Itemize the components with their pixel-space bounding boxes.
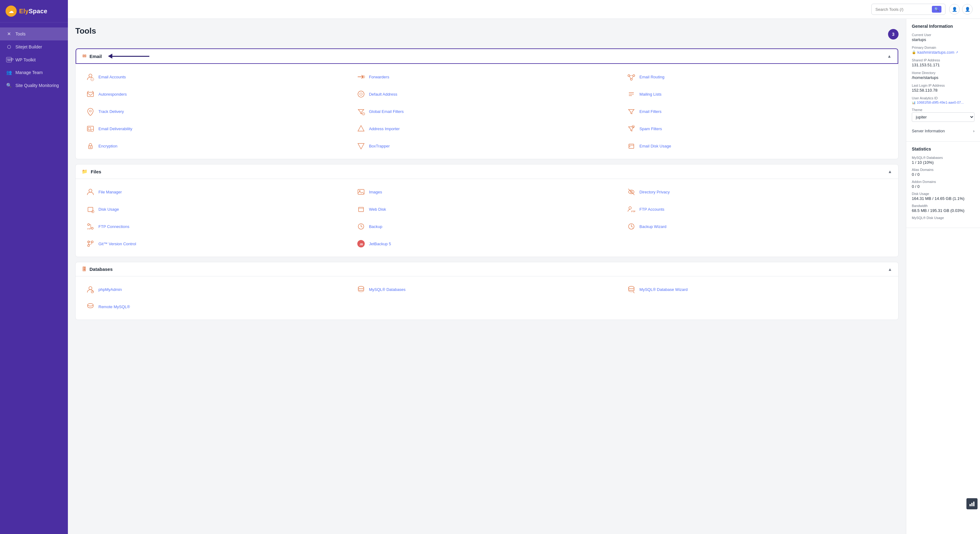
tool-email-deliverability[interactable]: ↓ Email Deliverability xyxy=(82,121,351,137)
encryption-icon xyxy=(86,141,95,151)
logo-icon: ☁ xyxy=(6,6,17,17)
sidebar-logo: ☁ ElySpace xyxy=(0,0,68,22)
content-area: Tools 3 ✉ Email ▲ xyxy=(68,19,980,534)
svg-rect-36 xyxy=(358,207,363,211)
email-toggle[interactable]: ▲ xyxy=(887,54,891,59)
tool-phpmyadmin[interactable]: P phpMyAdmin xyxy=(82,281,351,297)
tool-mysql-databases[interactable]: MySQL® Databases xyxy=(352,281,622,297)
tool-jetbackup5[interactable]: JB JetBackup 5 xyxy=(352,236,622,252)
tool-images[interactable]: Images xyxy=(352,184,622,200)
svg-rect-17 xyxy=(88,127,91,130)
tool-ftp-connections[interactable]: FTP FTP Connections xyxy=(82,218,351,234)
sidebar-item-tools[interactable]: ✕ Tools xyxy=(0,27,68,40)
sidebar-item-manage-team[interactable]: 👥 Manage Team xyxy=(0,66,68,79)
email-filters-icon xyxy=(626,106,636,116)
tool-email-filters[interactable]: Email Filters xyxy=(623,103,892,119)
svg-point-29 xyxy=(359,190,360,192)
tool-email-accounts[interactable]: + Email Accounts xyxy=(82,69,351,85)
sidebar-item-label: Site Quality Monitoring xyxy=(16,83,59,88)
global-email-filters-icon: + xyxy=(356,106,366,116)
search-box[interactable]: 🔍 xyxy=(871,4,945,15)
tool-directory-privacy[interactable]: Directory Privacy xyxy=(623,184,892,200)
search-input[interactable] xyxy=(875,7,929,12)
current-user-label: Current User xyxy=(912,33,974,37)
primary-domain-value[interactable]: 🔒 kashmirstartups.com ↗ xyxy=(912,50,974,55)
files-section-header[interactable]: 📁 Files ▲ xyxy=(76,164,898,179)
tool-remote-mysql[interactable]: Remote MySQL® xyxy=(82,299,351,315)
jetbackup5-icon: JB xyxy=(356,239,366,249)
stat-mysql-value: 1 / 10 (10%) xyxy=(912,160,974,165)
svg-text:↓: ↓ xyxy=(92,211,94,213)
tool-spam-filters[interactable]: ! Spam Filters xyxy=(623,121,892,137)
tool-global-email-filters[interactable]: + Global Email Filters xyxy=(352,103,622,119)
sidebar: ☁ ElySpace ✕ Tools ⬡ Sitejet Builder WP … xyxy=(0,0,68,534)
tool-ftp-accounts[interactable]: FTP FTP Accounts xyxy=(623,201,892,217)
mailing-lists-icon xyxy=(626,89,636,99)
tool-disk-usage[interactable]: ↓ Disk Usage xyxy=(82,201,351,217)
sidebar-item-sitejet[interactable]: ⬡ Sitejet Builder xyxy=(0,40,68,53)
svg-point-0 xyxy=(89,74,92,77)
profile-icon-btn[interactable]: 👤 xyxy=(949,4,959,14)
ftp-accounts-icon: FTP xyxy=(626,204,636,214)
server-info-label: Server Information xyxy=(912,129,945,133)
autoresponders-icon xyxy=(86,89,95,99)
tool-backup-wizard[interactable]: Backup Wizard xyxy=(623,218,892,234)
mysql-databases-icon xyxy=(356,284,366,294)
svg-point-23 xyxy=(90,146,91,148)
tool-address-importer[interactable]: Address Importer xyxy=(352,121,622,137)
stat-bandwidth: Bandwidth 68.5 MB / 195.31 GB (0.03%) xyxy=(912,204,974,213)
statistics-section: Statistics MySQL® Databases 1 / 10 (10%)… xyxy=(906,141,980,228)
lock-icon: 🔒 xyxy=(912,50,916,54)
svg-point-55 xyxy=(88,304,93,306)
track-delivery-icon xyxy=(86,106,95,116)
user-icon-btn[interactable]: 👤 xyxy=(962,4,973,14)
theme-select[interactable]: jupiter xyxy=(912,112,974,122)
stat-mysql-disk-usage: MySQL® Disk Usage xyxy=(912,216,974,219)
track-delivery-label: Track Delivery xyxy=(99,109,124,114)
tool-forwarders[interactable]: Forwarders xyxy=(352,69,622,85)
tool-boxtrapper[interactable]: BoxTrapper xyxy=(352,138,622,154)
svg-line-32 xyxy=(628,189,635,195)
folder-icon: 📁 xyxy=(82,169,88,174)
search-button[interactable]: 🔍 xyxy=(932,6,942,13)
files-toggle[interactable]: ▲ xyxy=(888,169,892,174)
email-section-header[interactable]: ✉ Email ▲ xyxy=(76,48,898,64)
stat-disk-usage: Disk Usage 164.31 MB / 14.65 GB (1.1%) xyxy=(912,192,974,201)
tool-autoresponders[interactable]: Autoresponders xyxy=(82,86,351,102)
databases-toggle[interactable]: ▲ xyxy=(888,267,892,272)
sidebar-item-wptoolkit[interactable]: WP WP Toolkit xyxy=(0,53,68,66)
svg-text:↓: ↓ xyxy=(92,130,93,132)
mysql-db-wizard-label: MySQL® Database Wizard xyxy=(640,287,687,292)
svg-point-41 xyxy=(91,227,93,229)
tool-email-disk-usage[interactable]: Email Disk Usage xyxy=(623,138,892,154)
tool-git-version-control[interactable]: Git™ Version Control xyxy=(82,236,351,252)
user-analytics-value[interactable]: 📊 10681f58-d9f5-49e1-aae0-07... xyxy=(912,100,974,104)
directory-privacy-icon xyxy=(626,187,636,197)
server-info-row[interactable]: Server Information › xyxy=(912,126,974,137)
databases-section-header[interactable]: 🗄 Databases ▲ xyxy=(76,262,898,277)
email-deliverability-label: Email Deliverability xyxy=(99,127,132,131)
web-disk-label: Web Disk xyxy=(369,207,386,211)
git-label: Git™ Version Control xyxy=(99,242,136,246)
tool-web-disk[interactable]: Web Disk xyxy=(352,201,622,217)
mailing-lists-label: Mailing Lists xyxy=(640,92,662,97)
tool-encryption[interactable]: Encryption xyxy=(82,138,351,154)
svg-rect-56 xyxy=(969,504,971,506)
sidebar-item-site-quality[interactable]: 🔍 Site Quality Monitoring xyxy=(0,79,68,92)
shared-ip-label: Shared IP Address xyxy=(912,58,974,62)
tool-mysql-db-wizard[interactable]: MySQL® Database Wizard xyxy=(623,281,892,297)
tool-backup[interactable]: Backup xyxy=(352,218,622,234)
tool-track-delivery[interactable]: Track Delivery xyxy=(82,103,351,119)
images-label: Images xyxy=(369,190,382,194)
remote-mysql-label: Remote MySQL® xyxy=(99,305,130,309)
stat-bandwidth-value: 68.5 MB / 195.31 GB (0.03%) xyxy=(912,208,974,213)
main: 🔍 👤 👤 Tools 3 ✉ Email xyxy=(68,0,980,534)
remote-mysql-icon xyxy=(86,302,95,312)
tool-file-manager[interactable]: File Manager xyxy=(82,184,351,200)
tool-default-address[interactable]: Default Address xyxy=(352,86,622,102)
svg-point-27 xyxy=(89,189,92,192)
analytics-float-button[interactable] xyxy=(966,498,978,509)
stat-alias-value: 0 / 0 xyxy=(912,172,974,177)
tool-mailing-lists[interactable]: Mailing Lists xyxy=(623,86,892,102)
tool-email-routing[interactable]: Email Routing xyxy=(623,69,892,85)
